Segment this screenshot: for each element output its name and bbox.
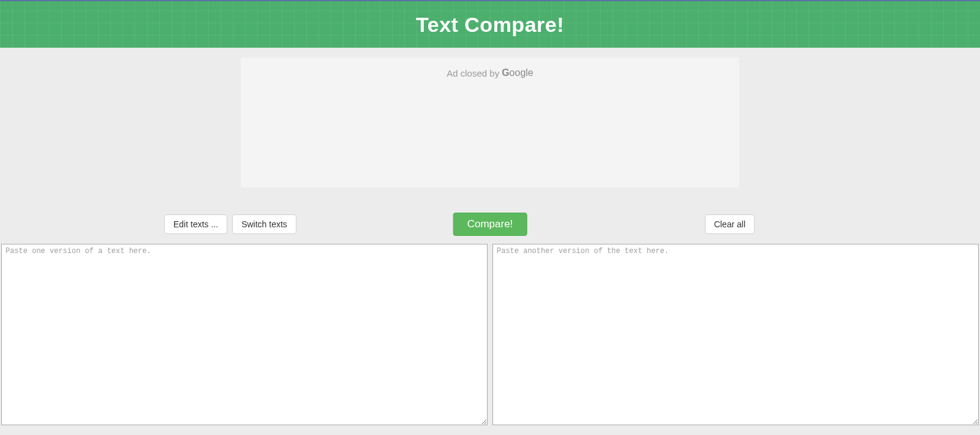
edit-texts-button[interactable]: Edit texts ... (164, 214, 227, 234)
page-header: Text Compare! (0, 0, 980, 48)
controls-center-group: Compare! (453, 213, 527, 236)
page-title: Text Compare! (416, 13, 564, 37)
controls-right-group: Clear all (705, 214, 755, 234)
textareas-container (0, 244, 980, 425)
google-logo: Google (502, 67, 533, 78)
ad-banner: Ad closed by Google (241, 58, 739, 187)
ad-closed-text: Ad closed by Google (447, 67, 533, 78)
controls-row: Edit texts ... Switch texts Compare! Cle… (0, 212, 980, 236)
ad-closed-prefix: Ad closed by (447, 68, 499, 78)
controls-left-group: Edit texts ... Switch texts (164, 214, 296, 234)
right-text-input[interactable] (492, 244, 979, 425)
clear-all-button[interactable]: Clear all (705, 214, 755, 234)
left-text-input[interactable] (1, 244, 488, 425)
compare-button[interactable]: Compare! (453, 213, 527, 236)
switch-texts-button[interactable]: Switch texts (232, 214, 296, 234)
